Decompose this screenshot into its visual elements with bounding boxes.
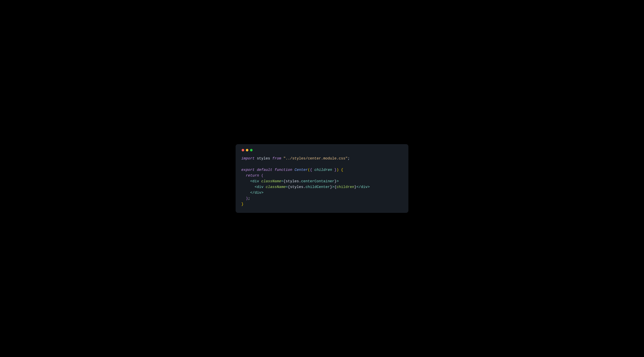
indent [241, 196, 246, 201]
equals: = [281, 179, 284, 183]
brace-close: } [334, 179, 336, 183]
semicolon: ; [348, 156, 350, 161]
paren-close: ) [336, 168, 339, 172]
keyword-import: import [241, 156, 254, 161]
brace-close: } [354, 185, 356, 189]
dot: . [304, 185, 306, 189]
function-name: Center [294, 168, 308, 172]
indent [241, 179, 250, 183]
string-literal: ../styles/center.module.css [286, 156, 345, 161]
angle-open: < [254, 185, 257, 189]
angle-close: > [332, 185, 334, 189]
keyword-export: export [241, 168, 254, 172]
keyword-return: return [246, 174, 259, 178]
viewport: import styles from "../styles/center.mod… [0, 0, 644, 357]
minimize-icon[interactable] [246, 149, 248, 151]
equals: = [286, 185, 288, 189]
paren-open: ( [308, 168, 310, 172]
angle-open: < [250, 179, 252, 183]
brace-open: { [288, 185, 290, 189]
tag-div: div [257, 185, 264, 189]
string-quote: " [284, 156, 286, 161]
property: centerContainer [301, 179, 334, 183]
angle-open: < [356, 185, 359, 189]
close-icon[interactable] [242, 149, 244, 151]
semicolon: ; [248, 196, 250, 201]
brace-close: } [330, 185, 332, 189]
attr-classname: className [266, 185, 286, 189]
brace-open: { [310, 168, 312, 172]
indent [241, 191, 250, 195]
slash: / [252, 191, 254, 195]
slash: / [359, 185, 361, 189]
indent [241, 174, 246, 178]
keyword-from: from [272, 156, 281, 161]
identifier: styles [286, 179, 299, 183]
keyword-function: function [274, 168, 292, 172]
brace-close: } [241, 202, 244, 206]
string-quote: " [346, 156, 348, 161]
tag-div: div [254, 191, 261, 195]
code-window: import styles from "../styles/center.mod… [236, 144, 408, 213]
param-children: children [314, 168, 332, 172]
brace-open: { [284, 179, 286, 183]
tag-div: div [361, 185, 368, 189]
brace-open: { [341, 168, 343, 172]
tag-div: div [252, 179, 259, 183]
keyword-default: default [257, 168, 272, 172]
identifier: styles [257, 156, 270, 161]
jsx-expression: children [336, 185, 354, 189]
attr-classname: className [261, 179, 281, 183]
indent [241, 185, 254, 189]
paren-open: ( [261, 174, 264, 178]
identifier: styles [290, 185, 303, 189]
code-snippet: import styles from "../styles/center.mod… [241, 156, 403, 207]
property: childCenter [306, 185, 330, 189]
angle-close: > [368, 185, 370, 189]
dot: . [299, 179, 301, 183]
angle-open: < [250, 191, 252, 195]
brace-open: { [334, 185, 336, 189]
paren-close: ) [246, 196, 248, 201]
angle-close: > [261, 191, 264, 195]
brace-close: } [334, 168, 336, 172]
zoom-icon[interactable] [250, 149, 252, 151]
traffic-lights [242, 149, 403, 151]
angle-close: > [336, 179, 339, 183]
